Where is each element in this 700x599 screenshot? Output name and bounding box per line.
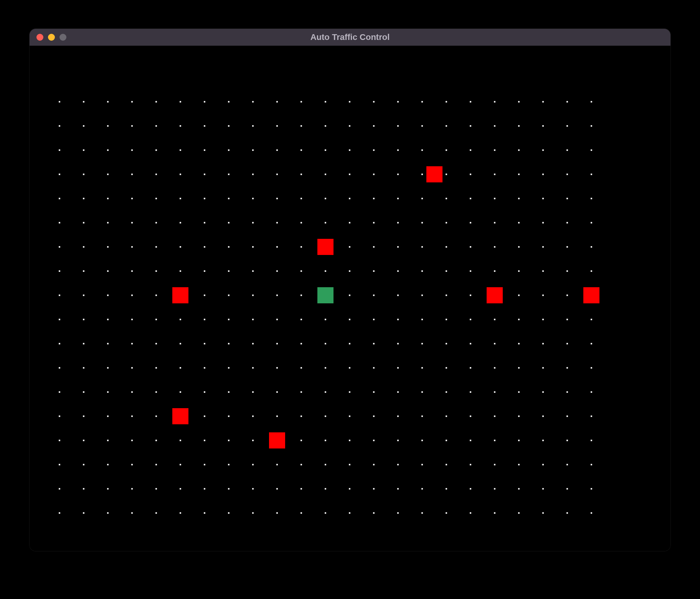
grid-dot <box>300 391 302 393</box>
grid-dot <box>228 295 229 296</box>
game-canvas[interactable] <box>30 46 670 551</box>
grid-dot <box>591 391 592 393</box>
aircraft-2[interactable] <box>317 239 333 255</box>
grid-dot <box>252 415 254 417</box>
grid-dot <box>349 391 350 393</box>
grid-dot <box>470 149 471 151</box>
aircraft-6[interactable] <box>172 408 188 424</box>
grid-dot <box>494 198 495 199</box>
grid-dot <box>180 149 181 151</box>
grid-dot <box>252 295 254 296</box>
grid-dot <box>300 367 302 369</box>
grid-dot <box>83 270 84 272</box>
grid-dot <box>155 101 157 103</box>
minimize-icon[interactable] <box>48 34 55 41</box>
grid-dot <box>518 415 520 417</box>
grid-dot <box>542 101 544 103</box>
grid-dot <box>397 391 399 393</box>
grid-dot <box>59 319 60 320</box>
grid-dot <box>204 246 205 248</box>
aircraft-4[interactable] <box>487 287 503 303</box>
grid-dot <box>446 149 447 151</box>
grid-dot <box>300 198 302 199</box>
grid-dot <box>252 367 254 369</box>
grid-dot <box>155 174 157 175</box>
grid-dot <box>300 125 302 127</box>
grid-dot <box>446 343 447 344</box>
aircraft-1[interactable] <box>426 166 442 182</box>
grid-dot <box>397 198 399 199</box>
grid-dot <box>131 440 133 441</box>
grid-dot <box>542 440 544 441</box>
window-title: Auto Traffic Control <box>30 32 670 42</box>
aircraft-5[interactable] <box>583 287 599 303</box>
grid-dot <box>300 415 302 417</box>
grid-dot <box>566 367 568 369</box>
grid-dot <box>131 125 133 127</box>
aircraft-3[interactable] <box>172 287 188 303</box>
grid-dot <box>421 319 423 320</box>
grid-dot <box>397 464 399 465</box>
grid-dot <box>252 488 254 490</box>
grid-dot <box>542 319 544 320</box>
grid-dot <box>349 295 350 296</box>
grid-dot <box>180 391 181 393</box>
grid-dot <box>397 367 399 369</box>
grid-dot <box>397 125 399 127</box>
grid-dot <box>470 367 471 369</box>
aircraft-7[interactable] <box>269 432 285 448</box>
grid-dot <box>373 222 375 223</box>
grid-dot <box>566 174 568 175</box>
titlebar: Auto Traffic Control <box>30 29 670 46</box>
close-icon[interactable] <box>36 34 43 41</box>
grid-dot <box>204 295 205 296</box>
grid-dot <box>518 319 520 320</box>
grid-dot <box>252 246 254 248</box>
grid-dot <box>325 464 326 465</box>
grid-dot <box>107 101 109 103</box>
grid-dot <box>349 367 350 369</box>
grid-dot <box>566 101 568 103</box>
maximize-icon[interactable] <box>59 34 66 41</box>
grid-dot <box>107 319 109 320</box>
grid-dot <box>542 149 544 151</box>
grid-dot <box>325 512 326 514</box>
grid-dot <box>300 222 302 223</box>
grid-dot <box>252 125 254 127</box>
grid-dot <box>518 149 520 151</box>
grid-dot <box>373 270 375 272</box>
grid-dot <box>446 391 447 393</box>
grid-dot <box>131 512 133 514</box>
grid-dot <box>591 488 592 490</box>
grid-dot <box>59 343 60 344</box>
grid-dot <box>155 222 157 223</box>
grid-dot <box>204 149 205 151</box>
grid-dot <box>446 415 447 417</box>
grid-dot <box>131 488 133 490</box>
grid-dot <box>518 101 520 103</box>
grid-dot <box>155 367 157 369</box>
grid-dot <box>276 101 278 103</box>
grid-dot <box>228 391 229 393</box>
grid-dot <box>542 246 544 248</box>
grid-dot <box>300 488 302 490</box>
grid-dot <box>421 198 423 199</box>
target-airport[interactable] <box>317 287 333 303</box>
grid-dot <box>180 343 181 344</box>
grid-dot <box>325 198 326 199</box>
grid-dot <box>204 222 205 223</box>
grid-dot <box>83 488 84 490</box>
grid-dot <box>204 464 205 465</box>
grid-dot <box>252 391 254 393</box>
grid-dot <box>276 488 278 490</box>
grid-dot <box>155 270 157 272</box>
grid-dot <box>542 367 544 369</box>
grid-dot <box>373 464 375 465</box>
grid-dot <box>107 149 109 151</box>
grid-dot <box>252 222 254 223</box>
grid-dot <box>155 198 157 199</box>
grid-dot <box>204 101 205 103</box>
grid-dot <box>155 391 157 393</box>
grid-dot <box>131 391 133 393</box>
grid-dot <box>83 101 84 103</box>
